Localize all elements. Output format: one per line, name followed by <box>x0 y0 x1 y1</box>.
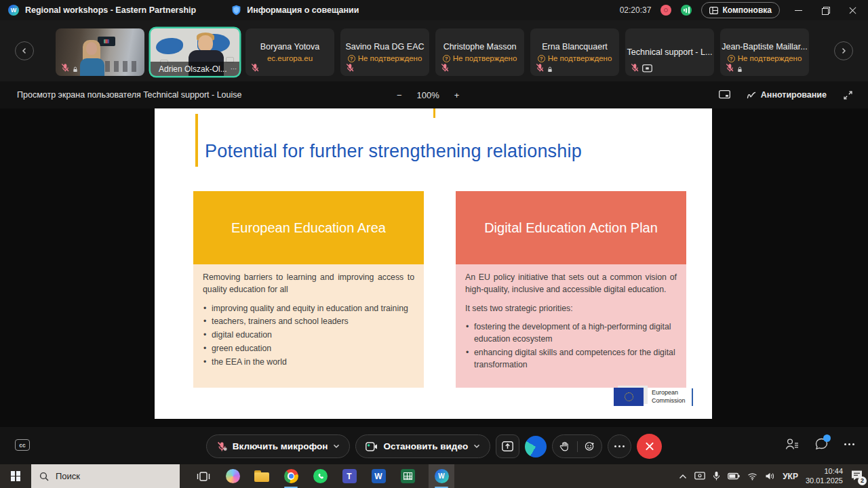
webex-logo-icon: W <box>8 5 19 16</box>
participant-name: Boryana Yotova <box>260 42 320 52</box>
meeting-info-link[interactable]: Информация о совещании <box>247 5 359 15</box>
tray-volume-icon[interactable] <box>765 472 775 481</box>
whatsapp-app-button[interactable] <box>312 464 328 488</box>
word-app-button[interactable]: W <box>370 464 387 488</box>
bullet-item: teachers, trainers and school leaders <box>203 316 414 328</box>
chrome-icon <box>284 469 298 483</box>
filmstrip-next-button[interactable] <box>834 41 853 60</box>
tray-display-icon[interactable] <box>694 472 705 481</box>
webex-icon: W <box>435 469 449 483</box>
shield-icon <box>231 5 241 16</box>
taskbar-search-input[interactable]: Поиск <box>31 464 180 488</box>
logo-text: Commission <box>652 397 686 405</box>
slide-accent-tick <box>433 108 435 118</box>
language-indicator[interactable]: УКР <box>783 472 798 481</box>
more-options-button[interactable] <box>608 434 631 458</box>
participant-tile[interactable]: Boryana Yotova ec.europa.eu <box>245 28 334 76</box>
filmstrip-prev-button[interactable] <box>15 41 34 60</box>
camera-icon <box>366 442 378 451</box>
chevron-down-icon <box>333 444 340 449</box>
slide-title: Potential for further strengthening rela… <box>205 141 582 162</box>
word-icon: W <box>372 469 386 483</box>
shared-screen-stage: Potential for further strengthening rela… <box>0 108 868 427</box>
copilot-app-button[interactable] <box>224 464 241 488</box>
title-accent-bar <box>195 114 198 167</box>
share-screen-icon <box>502 441 513 451</box>
eea-card: European Education Area Removing barrier… <box>193 191 424 388</box>
bullet-item: fostering the development of a high-perf… <box>465 321 677 346</box>
windows-taskbar: Поиск T W W УКР 10:44 30.01.2025 <box>0 464 868 488</box>
display-icon[interactable] <box>719 90 730 100</box>
window-title-bar: W Regional workshops - Eastern Partnersh… <box>0 0 868 20</box>
pen-squiggle-icon <box>747 91 756 100</box>
chevron-down-icon <box>473 444 480 449</box>
layout-grid-icon <box>709 7 718 14</box>
zoom-in-button[interactable]: + <box>454 90 460 100</box>
tile-more-icon[interactable]: ⋯ <box>231 65 238 73</box>
eea-card-body: Removing barriers to learning and improv… <box>193 264 424 388</box>
notification-center-button[interactable]: 2 <box>850 470 864 483</box>
reactions-group <box>552 434 602 458</box>
participant-name: Technical support - L... <box>627 47 713 57</box>
participant-tile[interactable]: Jean-Baptiste Maillar... ?Не подтвержден… <box>720 28 809 76</box>
video-tile-active-speaker[interactable]: Adrien Olszak-Ol... ⋯ <box>151 28 239 76</box>
tray-battery-icon[interactable] <box>728 472 740 480</box>
room-decor <box>105 61 140 72</box>
participant-tile[interactable]: Christophe Masson ?Не подтверждено <box>435 28 524 76</box>
excel-app-button[interactable] <box>399 464 416 488</box>
webex-apps-button[interactable] <box>525 436 547 458</box>
minimize-button[interactable] <box>789 0 807 20</box>
person-figure <box>198 35 213 52</box>
taskbar-clock[interactable]: 10:44 30.01.2025 <box>806 467 843 486</box>
share-screen-button[interactable] <box>496 434 519 458</box>
reactions-smiley-icon[interactable] <box>585 441 595 451</box>
teams-app-button[interactable]: T <box>341 464 357 488</box>
tray-wifi-icon[interactable] <box>747 472 757 481</box>
eea-bullet-list: improving quality and equity in educatio… <box>203 303 414 369</box>
deap-card-body: An EU policy initiative that sets out a … <box>456 264 686 388</box>
active-speaker-name-bar: Adrien Olszak-Ol... ⋯ <box>151 62 239 76</box>
start-button[interactable] <box>0 464 31 488</box>
raise-hand-icon[interactable] <box>559 441 570 451</box>
more-panels-icon[interactable] <box>844 443 854 445</box>
layout-button[interactable]: Компоновка <box>701 2 780 18</box>
muted-mic-icon <box>216 441 227 452</box>
muted-mic-icon <box>440 63 450 73</box>
muted-mic-icon <box>535 63 545 73</box>
file-explorer-button[interactable] <box>254 464 270 488</box>
video-tile-participant[interactable] <box>56 28 144 76</box>
presentation-slide: Potential for further strengthening rela… <box>155 108 712 419</box>
meeting-title: Regional workshops - Eastern Partnership <box>25 5 196 15</box>
webex-app-button[interactable]: W <box>429 464 454 488</box>
participant-tile[interactable]: Technical support - L... <box>625 28 714 76</box>
eu-flag-icon <box>614 388 644 406</box>
tray-mic-icon[interactable] <box>713 471 720 481</box>
muted-mic-icon <box>725 63 734 73</box>
stop-video-button[interactable]: Остановить видео <box>355 434 490 458</box>
search-placeholder: Поиск <box>56 471 80 481</box>
eea-intro: Removing barriers to learning and improv… <box>203 272 414 296</box>
leave-meeting-button[interactable] <box>637 434 662 459</box>
participant-tile[interactable]: Savino Rua DG EAC ?Не подтверждено <box>340 28 429 76</box>
unverified-label: Не подтверждено <box>738 54 802 62</box>
annotate-button[interactable]: Аннотирование <box>747 90 827 100</box>
zoom-out-button[interactable]: − <box>397 90 402 100</box>
room-screen-decor <box>98 37 115 46</box>
unverified-icon: ? <box>538 55 545 62</box>
whatsapp-icon <box>313 469 328 483</box>
windows-logo-icon <box>11 471 20 481</box>
european-commission-logo: European Commission <box>614 388 693 406</box>
deap-intro: An EU policy initiative that sets out a … <box>465 272 677 296</box>
clock-date: 30.01.2025 <box>806 476 843 486</box>
close-button[interactable] <box>844 0 861 20</box>
tray-chevron-up-icon[interactable] <box>679 474 687 479</box>
participants-panel-icon[interactable] <box>785 438 799 450</box>
recording-indicator-icon <box>660 5 671 16</box>
chrome-app-button[interactable] <box>283 464 299 488</box>
task-view-button[interactable] <box>195 464 212 488</box>
restore-button[interactable] <box>816 0 834 20</box>
unmute-button[interactable]: Включить микрофон <box>206 434 351 458</box>
task-view-icon <box>197 471 210 482</box>
participant-tile[interactable]: Erna Blancquaert ?Не подтверждено <box>530 28 619 76</box>
expand-icon[interactable] <box>843 90 853 100</box>
